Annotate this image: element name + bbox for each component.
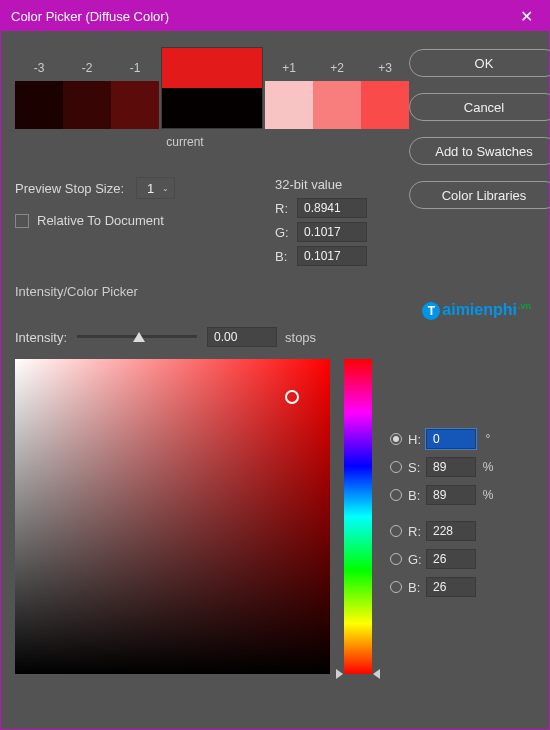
b-unit: % — [480, 488, 496, 502]
current-label: current — [63, 135, 307, 149]
intensity-slider[interactable] — [77, 328, 197, 346]
saturation-value-box[interactable] — [15, 359, 330, 674]
dialog-content: -3 -2 -1 — [1, 31, 549, 729]
red-radio[interactable] — [390, 525, 402, 537]
stop-label: -1 — [130, 61, 141, 77]
watermark-icon: T — [422, 302, 440, 320]
exposure-stops-row: -3 -2 -1 — [15, 49, 409, 129]
green-radio[interactable] — [390, 553, 402, 565]
hue-pointer-left-icon — [336, 669, 343, 679]
h-unit: ° — [480, 432, 496, 446]
color-picker-dialog: Color Picker (Diffuse Color) ✕ -3 -2 — [0, 0, 550, 730]
stop-label: -3 — [34, 61, 45, 77]
sv-black-gradient — [15, 359, 330, 674]
s-unit: % — [480, 460, 496, 474]
b-label: B: — [408, 488, 426, 503]
b-input[interactable] — [426, 485, 476, 505]
32bit-b-label: B: — [275, 249, 297, 264]
32bit-g-label: G: — [275, 225, 297, 240]
dropdown-value: 1 — [147, 181, 154, 196]
ok-button[interactable]: OK — [409, 49, 550, 77]
32bit-r-input[interactable] — [297, 198, 367, 218]
intensity-input[interactable] — [207, 327, 277, 347]
window-title: Color Picker (Diffuse Color) — [11, 9, 169, 24]
stop-swatch-minus-3[interactable] — [15, 81, 63, 129]
intensity-picker-section-label: Intensity/Color Picker — [15, 284, 535, 299]
saturation-radio[interactable] — [390, 461, 402, 473]
relative-to-document-label: Relative To Document — [37, 213, 164, 228]
titlebar[interactable]: Color Picker (Diffuse Color) ✕ — [1, 1, 549, 31]
32bit-r-label: R: — [275, 201, 297, 216]
cancel-button[interactable]: Cancel — [409, 93, 550, 121]
hue-slider[interactable] — [344, 359, 372, 674]
bb-input[interactable] — [426, 577, 476, 597]
brightness-radio[interactable] — [390, 489, 402, 501]
stop-swatch-minus-2[interactable] — [63, 81, 111, 129]
add-to-swatches-button[interactable]: Add to Swatches — [409, 137, 550, 165]
color-libraries-button[interactable]: Color Libraries — [409, 181, 550, 209]
s-label: S: — [408, 460, 426, 475]
new-color-swatch[interactable] — [162, 48, 262, 88]
blue-radio[interactable] — [390, 581, 402, 593]
h-input[interactable] — [426, 429, 476, 449]
preview-stop-size-dropdown[interactable]: 1 ⌄ — [136, 177, 175, 199]
32bit-b-input[interactable] — [297, 246, 367, 266]
h-label: H: — [408, 432, 426, 447]
stop-swatch-minus-1[interactable] — [111, 81, 159, 129]
r-input[interactable] — [426, 521, 476, 541]
hue-pointer-right-icon — [373, 669, 380, 679]
stop-label: -2 — [82, 61, 93, 77]
close-button[interactable]: ✕ — [503, 1, 549, 31]
relative-to-document-checkbox[interactable] — [15, 214, 29, 228]
watermark: Taimienphi.vn — [422, 301, 531, 320]
current-color-swatch[interactable] — [162, 88, 262, 128]
g-input[interactable] — [426, 549, 476, 569]
stop-label: +3 — [378, 61, 392, 77]
stop-label: +1 — [282, 61, 296, 77]
slider-thumb[interactable] — [133, 332, 145, 342]
32bit-g-input[interactable] — [297, 222, 367, 242]
stop-swatch-plus-1[interactable] — [265, 81, 313, 129]
sv-cursor[interactable] — [285, 390, 299, 404]
intensity-label: Intensity: — [15, 330, 67, 345]
r-label: R: — [408, 524, 426, 539]
intensity-unit: stops — [285, 330, 316, 345]
g-label: G: — [408, 552, 426, 567]
close-icon: ✕ — [520, 7, 533, 26]
bb-label: B: — [408, 580, 426, 595]
stop-swatch-plus-3[interactable] — [361, 81, 409, 129]
stop-label: +2 — [330, 61, 344, 77]
s-input[interactable] — [426, 457, 476, 477]
preview-stop-size-label: Preview Stop Size: — [15, 181, 124, 196]
new-current-swatch — [161, 47, 263, 129]
chevron-down-icon: ⌄ — [162, 184, 169, 193]
hue-radio[interactable] — [390, 433, 402, 445]
stop-swatch-plus-2[interactable] — [313, 81, 361, 129]
32bit-value-title: 32-bit value — [275, 177, 367, 192]
